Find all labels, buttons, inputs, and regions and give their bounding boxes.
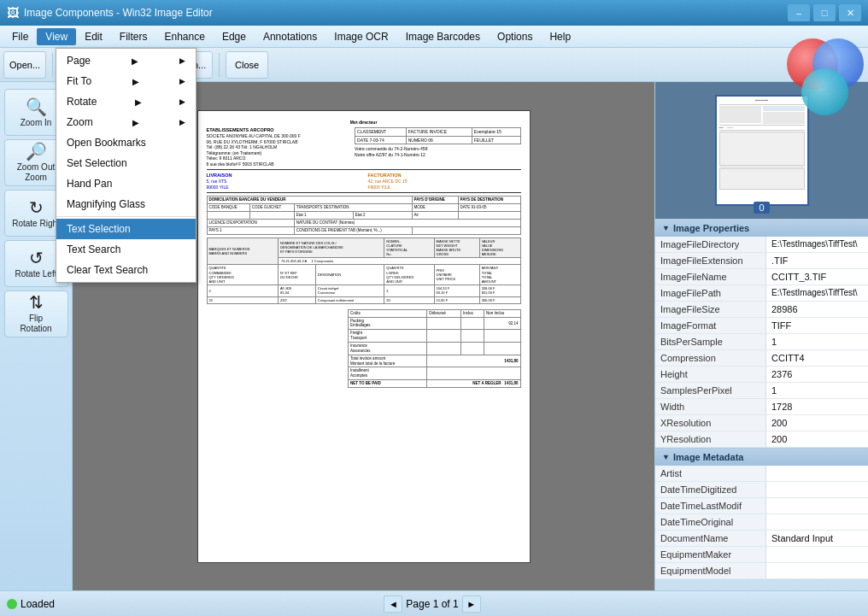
prop-val-compression: CCITT4 (766, 350, 868, 366)
right-panel: ▪▪▪▪▪▪▪▪▪▪▪▪▪▪ ▪▪▪▪▪▪ ▪▪▪▪▪▪▪▪ (654, 82, 868, 590)
dd-item-textsearch[interactable]: Text Search (56, 239, 196, 260)
zoom-arrow: ▶ (132, 118, 139, 127)
dd-item-setselection[interactable]: Set Selection (56, 153, 196, 173)
doc-invoice-info: CLASSEMENT FACTURE INVOICE Exemplaire 15… (355, 127, 520, 167)
rotate-right-label: Rotate Right (12, 219, 60, 228)
doc-content: Mot directeur ETABLISSEMENTS ARCOPRO SOC… (198, 111, 530, 396)
status-text: Loaded (21, 598, 55, 610)
prop-key-height: Height (655, 367, 766, 382)
flip-label: FlipRotation (20, 314, 51, 334)
status-left: Loaded (7, 598, 55, 610)
image-metadata-rows: Artist DateTimeDigitized DateTimeLastMod… (655, 466, 868, 579)
menubar: File View Edit Filters Enhance Edge Anno… (0, 26, 868, 48)
dd-item-bookmarks[interactable]: Open Bookmarks (56, 132, 196, 153)
prop-row-samples: SamplesPerPixel 1 (655, 383, 868, 399)
menu-edit[interactable]: Edit (76, 28, 111, 45)
prop-val-filepath: E:\TestImages\TiffTest\ (766, 285, 868, 301)
open-button[interactable]: Open... (3, 51, 46, 79)
titlebar-controls[interactable]: – □ ✕ (788, 4, 861, 21)
prop-val-dtoriginal (766, 514, 868, 530)
dd-item-magnifying[interactable]: Magnifying Glass (56, 194, 196, 214)
prop-row-compression: Compression CCITT4 (655, 350, 868, 367)
view-dropdown-menu: Page▶ Fit To▶ Rotate▶ Zoom▶ Open Bookmar… (56, 48, 196, 283)
prop-val-samples: 1 (766, 383, 868, 398)
rotate-arrow: ▶ (135, 97, 142, 107)
dd-item-fitto[interactable]: Fit To▶ (56, 71, 196, 91)
prop-key-xres: XResolution (655, 415, 766, 431)
prop-val-dtdigitized (766, 482, 868, 497)
prop-val-artist (766, 466, 868, 481)
rotate-right-icon: ↻ (29, 199, 44, 216)
dd-item-handpan[interactable]: Hand Pan (56, 173, 196, 194)
prop-key-compression: Compression (655, 350, 766, 366)
prop-row-docname: DocumentName Standard Input (655, 531, 868, 547)
main-area: 🔍 Zoom In 🔍 Zoom OutZoom ↻ Rotate Right … (0, 82, 868, 590)
dd-item-page[interactable]: Page▶ (56, 50, 196, 71)
meta-triangle-icon: ▼ (662, 453, 670, 461)
prop-key-dtdigitized: DateTimeDigitized (655, 482, 766, 497)
image-properties-header[interactable]: ▼ Image Properties (655, 220, 868, 237)
prop-val-filename: CCITT_3.TIF (766, 269, 868, 285)
prop-val-height: 2376 (766, 367, 868, 382)
doc-header: Mot directeur (207, 120, 521, 126)
image-properties-section: ▼ Image Properties ImageFileDirectory E:… (655, 219, 868, 448)
prop-row-dtlastmod: DateTimeLastModif (655, 498, 868, 514)
properties-scroll[interactable]: ▼ Image Properties ImageFileDirectory E:… (655, 219, 868, 590)
app-title: Image Components - Win32 Image Editor (24, 7, 213, 19)
dd-item-zoom[interactable]: Zoom▶ (56, 112, 196, 132)
prop-row-filepath: ImageFilePath E:\TestImages\TiffTest\ (655, 285, 868, 302)
app-icon: 🖼 (7, 6, 19, 20)
toolbar-close-button[interactable]: Close (226, 51, 268, 79)
maximize-button[interactable]: □ (813, 4, 836, 21)
flip-button[interactable]: ⇅ FlipRotation (4, 290, 68, 337)
triangle-icon: ▼ (662, 224, 670, 232)
menu-barcodes[interactable]: Image Barcodes (397, 28, 489, 45)
toolbar-sep-4 (219, 53, 220, 77)
minimize-button[interactable]: – (788, 4, 810, 21)
dd-item-rotate[interactable]: Rotate▶ (56, 91, 196, 112)
menu-file[interactable]: File (3, 28, 37, 45)
dd-item-clearsearch[interactable]: Clear Text Search (56, 260, 196, 280)
thumbnail-area: ▪▪▪▪▪▪▪▪▪▪▪▪▪▪ ▪▪▪▪▪▪ ▪▪▪▪▪▪▪▪ (655, 82, 868, 219)
rotate-left-label: Rotate Left (15, 269, 57, 279)
menu-annotations[interactable]: Annotations (255, 28, 326, 45)
prop-row-format: ImageFormat TIFF (655, 318, 868, 334)
doc-divider-1 (207, 169, 521, 170)
menu-filters[interactable]: Filters (111, 28, 156, 45)
dd-item-textselection[interactable]: Text Selection (56, 219, 196, 239)
image-metadata-header[interactable]: ▼ Image Metadata (655, 449, 868, 466)
prop-val-xres: 200 (766, 415, 868, 431)
prop-val-bits: 1 (766, 334, 868, 349)
page-label: Page 1 of 1 (406, 598, 458, 610)
prop-key-directory: ImageFileDirectory (655, 237, 766, 252)
doc-totals-table: Coûts Déboursé Inclus Non Inclus Packing… (348, 309, 520, 388)
doc-livraison: LIVRAISON 5, rue XTS 99000 YILE (207, 173, 360, 190)
prop-key-dtlastmod: DateTimeLastModif (655, 498, 766, 513)
flip-icon: ⇅ (29, 294, 44, 311)
document-image: Mot directeur ETABLISSEMENTS ARCOPRO SOC… (197, 110, 531, 563)
menu-enhance[interactable]: Enhance (156, 28, 214, 45)
prev-page-button[interactable]: ◄ (384, 595, 402, 613)
menu-options[interactable]: Options (489, 28, 541, 45)
prop-val-dtlastmod (766, 498, 868, 513)
prop-val-directory: E:\TestImages\TiffTest\ (766, 237, 868, 252)
menu-view[interactable]: View (37, 28, 76, 45)
page-number-text: 0 (759, 202, 764, 213)
doc-facturation: FACTURATION 42, rue ARCE DC 15 F9000 YIL… (368, 173, 521, 190)
menu-edge[interactable]: Edge (214, 28, 255, 45)
prop-key-samples: SamplesPerPixel (655, 383, 766, 398)
image-properties-rows: ImageFileDirectory E:\TestImages\TiffTes… (655, 237, 868, 448)
prop-val-filesize: 28986 (766, 302, 868, 317)
menu-help[interactable]: Help (541, 28, 579, 45)
prop-key-docname: DocumentName (655, 531, 766, 546)
close-button[interactable]: ✕ (839, 4, 861, 21)
menu-ocr[interactable]: Image OCR (326, 28, 396, 45)
prop-val-format: TIFF (766, 318, 868, 333)
doc-items-table: MARQUES ET NUMEROSMARKS AND NUMBERS NOMB… (207, 238, 521, 304)
prop-key-width: Width (655, 399, 766, 414)
prop-key-filepath: ImageFilePath (655, 285, 766, 301)
rotate-left-icon: ↺ (29, 249, 44, 267)
next-page-button[interactable]: ► (462, 595, 481, 613)
prop-row-height: Height 2376 (655, 367, 868, 383)
prop-key-dtoriginal: DateTimeOriginal (655, 514, 766, 530)
